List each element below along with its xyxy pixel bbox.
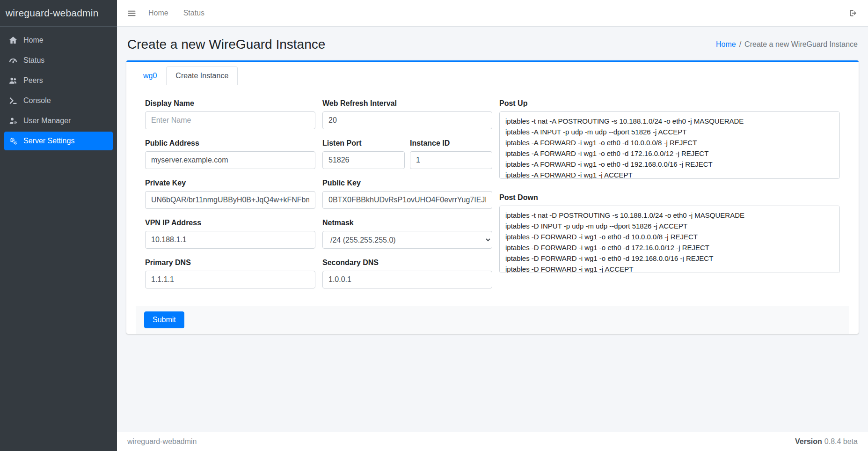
form-column-left: Display Name Public Address Private Key <box>145 99 315 298</box>
breadcrumb-separator: / <box>739 40 741 49</box>
display-name-field-group: Display Name <box>145 99 315 129</box>
private-key-field-group: Private Key <box>145 179 315 209</box>
listen-port-field-group: Listen Port <box>322 139 405 169</box>
user-manager-icon <box>8 116 18 126</box>
server-settings-icon <box>8 136 18 146</box>
post-up-field-group: Post Up iptables -t nat -A POSTROUTING -… <box>499 99 840 181</box>
display-name-input[interactable] <box>145 111 315 129</box>
sidebar-item-status[interactable]: Status <box>4 51 113 70</box>
page-title: Create a new WireGuard Instance <box>127 37 325 52</box>
hamburger-icon[interactable] <box>127 9 136 18</box>
form-column-right: Post Up iptables -t nat -A POSTROUTING -… <box>499 99 840 298</box>
navbar-link-status[interactable]: Status <box>183 9 204 17</box>
public-key-input[interactable] <box>322 191 492 209</box>
card-body: Display Name Public Address Private Key <box>126 85 859 298</box>
submit-button[interactable]: Submit <box>144 311 184 328</box>
vpn-ip-field-group: VPN IP Address <box>145 219 315 249</box>
sidebar-item-label: Console <box>23 96 51 105</box>
public-address-field-group: Public Address <box>145 139 315 169</box>
public-key-field-group: Public Key <box>322 179 492 209</box>
tab-create-instance[interactable]: Create Instance <box>166 67 238 85</box>
brand-text: wireguard-webadmin <box>6 7 99 19</box>
private-key-input[interactable] <box>145 191 315 209</box>
primary-dns-input[interactable] <box>145 271 315 288</box>
form-actions: Submit <box>136 306 849 334</box>
post-up-textarea[interactable]: iptables -t nat -A POSTROUTING -s 10.188… <box>499 111 840 179</box>
status-icon <box>8 56 18 65</box>
card-tabs: wg0 Create Instance <box>126 62 859 85</box>
instance-id-input[interactable] <box>410 151 492 169</box>
sidebar-item-label: Peers <box>23 76 43 85</box>
navbar-link-home[interactable]: Home <box>148 9 168 17</box>
sidebar-menu: Home Status Peers <box>0 27 117 156</box>
post-down-field-group: Post Down iptables -t nat -D POSTROUTING… <box>499 193 840 275</box>
form-column-middle: Web Refresh Interval Listen Port Instanc… <box>322 99 492 298</box>
home-icon <box>8 36 18 45</box>
sidebar-item-label: User Manager <box>23 117 71 125</box>
netmask-select[interactable]: /24 (255.255.255.0) <box>322 231 492 249</box>
sidebar-item-label: Home <box>23 36 44 44</box>
create-instance-card: wg0 Create Instance Display Name Public … <box>126 60 859 334</box>
sidebar-item-console[interactable]: Console <box>4 91 113 110</box>
web-refresh-input[interactable] <box>322 111 492 129</box>
post-down-textarea[interactable]: iptables -t nat -D POSTROUTING -s 10.188… <box>499 206 840 273</box>
footer-brand: wireguard-webadmin <box>127 437 197 446</box>
instance-form: Display Name Public Address Private Key <box>145 99 840 298</box>
instance-id-field-group: Instance ID <box>410 139 492 169</box>
netmask-label: Netmask <box>322 219 492 227</box>
primary-dns-label: Primary DNS <box>145 259 315 267</box>
sidebar-item-user-manager[interactable]: User Manager <box>4 111 113 130</box>
display-name-label: Display Name <box>145 99 315 108</box>
sidebar-item-peers[interactable]: Peers <box>4 71 113 90</box>
footer-version-label: Version <box>795 437 822 445</box>
public-address-input[interactable] <box>145 151 315 169</box>
brand-link[interactable]: wireguard-webadmin <box>0 0 117 27</box>
content-area: Create a new WireGuard Instance Home / C… <box>117 27 868 432</box>
listen-port-input[interactable] <box>322 151 405 169</box>
sidebar-item-label: Server Settings <box>23 137 74 145</box>
secondary-dns-field-group: Secondary DNS <box>322 259 492 288</box>
breadcrumb: Home / Create a new WireGuard Instance <box>716 40 858 49</box>
instance-id-label: Instance ID <box>410 139 492 148</box>
listen-port-label: Listen Port <box>322 139 405 148</box>
main-column: Home Status Create a new WireGuard Insta… <box>117 0 868 451</box>
page-head: Create a new WireGuard Instance Home / C… <box>127 37 858 52</box>
sidebar-item-label: Status <box>23 56 44 65</box>
logout-icon[interactable] <box>848 8 858 18</box>
top-navbar: Home Status <box>117 0 868 27</box>
console-icon <box>8 96 18 105</box>
web-refresh-field-group: Web Refresh Interval <box>322 99 492 129</box>
breadcrumb-home-link[interactable]: Home <box>716 40 736 49</box>
private-key-label: Private Key <box>145 179 315 187</box>
footer-version: Version0.8.4 beta <box>795 437 858 446</box>
public-address-label: Public Address <box>145 139 315 148</box>
port-id-row: Listen Port Instance ID <box>322 139 492 179</box>
vpn-ip-input[interactable] <box>145 231 315 249</box>
secondary-dns-input[interactable] <box>322 271 492 288</box>
web-refresh-label: Web Refresh Interval <box>322 99 492 108</box>
breadcrumb-current: Create a new WireGuard Instance <box>744 40 858 49</box>
primary-dns-field-group: Primary DNS <box>145 259 315 288</box>
peers-icon <box>8 76 18 85</box>
netmask-field-group: Netmask /24 (255.255.255.0) <box>322 219 492 249</box>
vpn-ip-label: VPN IP Address <box>145 219 315 227</box>
post-up-label: Post Up <box>499 99 840 108</box>
footer-version-value: 0.8.4 beta <box>824 437 858 445</box>
sidebar: wireguard-webadmin Home Status <box>0 0 117 451</box>
sidebar-item-home[interactable]: Home <box>4 31 113 50</box>
public-key-label: Public Key <box>322 179 492 187</box>
sidebar-item-server-settings[interactable]: Server Settings <box>4 132 113 150</box>
secondary-dns-label: Secondary DNS <box>322 259 492 267</box>
post-down-label: Post Down <box>499 193 840 202</box>
tab-wg0[interactable]: wg0 <box>134 67 166 85</box>
page-footer: wireguard-webadmin Version0.8.4 beta <box>117 432 868 451</box>
